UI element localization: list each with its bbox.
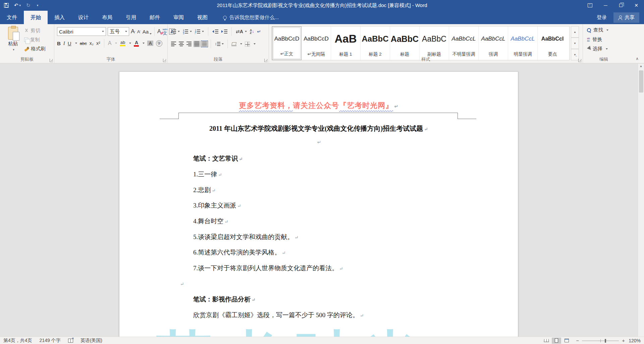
chevron-down-icon[interactable] (129, 43, 131, 44)
tell-me-box[interactable]: 告诉我您想要做什么... (223, 11, 279, 24)
justify-button[interactable] (194, 42, 199, 46)
clipboard-dialog-launcher[interactable] (50, 59, 53, 62)
style-intense-emphasis[interactable]: AaBbCcL明显强调 (508, 26, 538, 60)
style-subtitle[interactable]: AaBbC副标题 (420, 26, 449, 60)
scroll-up-icon[interactable]: ▲ (638, 64, 644, 68)
borders-button[interactable] (245, 42, 250, 47)
cut-button[interactable]: 剪切 (24, 27, 46, 34)
chevron-down-icon[interactable] (254, 43, 256, 45)
vertical-scrollbar[interactable]: ▲ (638, 64, 644, 337)
subscript-button[interactable]: x₂ (90, 41, 94, 46)
save-button[interactable] (4, 3, 9, 8)
styles-scroll-down-button[interactable]: ▼ (571, 38, 579, 49)
zoom-level[interactable]: 120% (628, 338, 641, 343)
enclose-characters-button[interactable]: 字 (156, 40, 162, 47)
page-indicator[interactable]: 第4页，共4页 (3, 338, 32, 344)
text-effects-button[interactable]: A (108, 41, 112, 46)
redo-button[interactable]: ↻ (26, 2, 31, 8)
superscript-button[interactable]: x² (96, 41, 100, 46)
style-emphasis[interactable]: AaBbCcL强调 (479, 26, 508, 60)
style-title[interactable]: AaBbC标题 (390, 26, 420, 60)
sort-button[interactable]: AZ↓ (250, 29, 254, 34)
highlight-button[interactable]: ab (120, 40, 125, 46)
collapse-ribbon-button[interactable]: ∧ (636, 56, 639, 61)
character-shading-button[interactable]: A (147, 41, 153, 46)
align-center-button[interactable] (179, 42, 184, 46)
zoom-in-button[interactable]: + (622, 338, 625, 343)
tab-review[interactable]: 审阅 (167, 11, 191, 24)
tab-mailings[interactable]: 邮件 (143, 11, 167, 24)
chevron-down-icon[interactable]: ▾ (13, 48, 14, 51)
minimize-button[interactable] (598, 0, 613, 11)
show-marks-button[interactable]: ↵ (257, 29, 261, 34)
increase-indent-button[interactable] (221, 29, 227, 34)
styles-scroll-up-button[interactable]: ▲ (571, 26, 579, 38)
font-size-combo[interactable]: 五号 (108, 27, 129, 36)
print-layout-button[interactable] (552, 338, 561, 344)
tab-design[interactable]: 设计 (71, 11, 95, 24)
shading-button[interactable] (231, 42, 236, 46)
replace-button[interactable]: abac替换 (587, 36, 608, 43)
zoom-out-button[interactable]: − (576, 338, 579, 343)
align-right-button[interactable] (186, 42, 192, 46)
copy-button[interactable]: 复制 (24, 37, 46, 43)
style-heading2[interactable]: AaBbC标题 2 (361, 26, 390, 60)
bold-button[interactable]: B (57, 41, 61, 46)
change-case-button[interactable]: Aa (143, 29, 152, 35)
style-strong[interactable]: AaBbCcI要点 (538, 26, 567, 60)
find-button[interactable]: 查找 (587, 27, 608, 33)
undo-button[interactable]: ↶▾ (14, 2, 21, 8)
undo-dropdown-icon[interactable]: ▾ (19, 4, 21, 7)
italic-button[interactable]: I (63, 41, 65, 46)
word-count[interactable]: 2149 个字 (40, 338, 61, 344)
tab-view[interactable]: 视图 (191, 11, 214, 24)
shrink-font-button[interactable]: Aˇ (137, 29, 141, 34)
customize-qat-button[interactable]: ▾ (36, 4, 39, 7)
chevron-down-icon[interactable] (75, 43, 77, 44)
grow-font-button[interactable]: Aˆ (131, 28, 136, 35)
sign-in-button[interactable]: 登录 (597, 14, 607, 21)
format-painter-button[interactable]: 格式刷 (24, 46, 46, 52)
style-no-spacing[interactable]: AaBbCcD↵无间隔 (302, 26, 331, 60)
chevron-down-icon[interactable] (240, 43, 242, 45)
select-button[interactable]: 选择 (587, 46, 608, 52)
tab-layout[interactable]: 布局 (95, 11, 119, 24)
chevron-down-icon[interactable] (115, 43, 117, 44)
read-mode-button[interactable] (542, 338, 551, 344)
paste-button[interactable]: 粘贴 ▾ (3, 27, 23, 56)
numbering-button[interactable]: 123 (183, 29, 192, 34)
multilevel-list-button[interactable]: 1ai (195, 29, 204, 34)
tab-references[interactable]: 引用 (119, 11, 143, 24)
style-normal[interactable]: AaBbCcD↵正文 (272, 26, 302, 60)
asian-layout-button[interactable]: ⇄A (236, 29, 247, 34)
font-name-combo[interactable]: Calibri (57, 27, 106, 36)
phonetic-guide-button[interactable]: wén文 (163, 28, 168, 35)
font-color-button[interactable]: A (134, 40, 139, 47)
bullets-button[interactable]: ••• (171, 29, 180, 34)
decrease-indent-button[interactable] (212, 29, 218, 34)
line-spacing-button[interactable]: ↕ (215, 42, 224, 46)
tab-home[interactable]: 开始 (24, 11, 48, 24)
styles-dialog-launcher[interactable] (578, 59, 582, 62)
style-heading1[interactable]: AaB标题 1 (331, 26, 361, 60)
tab-insert[interactable]: 插入 (48, 11, 71, 24)
paragraph-dialog-launcher[interactable] (264, 59, 268, 62)
document-page[interactable]: 更多艺考资料，请关注公众号『艺考时光网』↵ 2011 年山东艺术学院戏剧影视文学… (119, 71, 518, 337)
chevron-down-icon[interactable] (143, 43, 145, 44)
zoom-slider-thumb[interactable] (605, 339, 606, 343)
web-layout-button[interactable] (562, 338, 571, 344)
clear-formatting-button[interactable]: A (157, 28, 161, 35)
share-button[interactable]: 共享 (613, 12, 639, 23)
underline-button[interactable]: U (68, 41, 71, 46)
distribute-button[interactable] (202, 42, 207, 46)
tab-file[interactable]: 文件 (0, 11, 24, 24)
font-dialog-launcher[interactable] (163, 59, 166, 62)
zoom-slider[interactable] (582, 338, 619, 343)
ribbon-display-options-button[interactable] (582, 0, 598, 11)
scrollbar-thumb[interactable] (639, 70, 643, 93)
align-left-button[interactable] (171, 42, 176, 46)
style-subtle-emphasis[interactable]: AaBbCcL不明显强调 (449, 26, 479, 60)
restore-button[interactable] (613, 0, 629, 11)
strikethrough-button[interactable]: abc (80, 41, 87, 46)
close-button[interactable]: ✕ (629, 0, 644, 11)
